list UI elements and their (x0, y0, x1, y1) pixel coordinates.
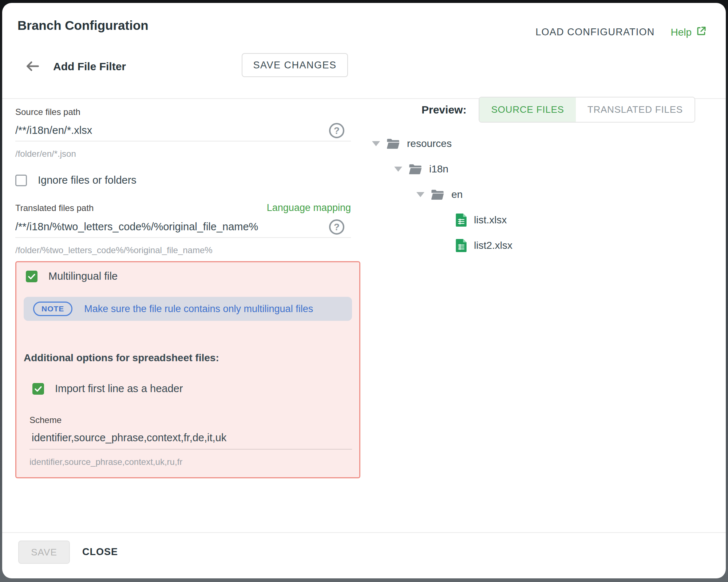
question-mark-icon[interactable]: ? (329, 219, 344, 235)
back-button[interactable] (25, 58, 41, 74)
spreadsheet-options-heading: Additional options for spreadsheet files… (24, 352, 352, 364)
branch-configuration-dialog: Branch Configuration LOAD CONFIGURATION … (2, 3, 726, 578)
footer-divider (2, 532, 726, 533)
source-path-field: ? (15, 121, 351, 141)
tree-item-i18n[interactable]: i18n (394, 156, 513, 182)
tab-translated-files[interactable]: TRANSLATED FILES (576, 97, 695, 122)
translated-path-input[interactable] (15, 218, 321, 233)
subpage-title: Add File Filter (53, 60, 126, 73)
close-button[interactable]: CLOSE (82, 546, 118, 558)
import-first-line-checkbox[interactable] (32, 383, 44, 395)
folder-icon (409, 164, 422, 175)
scheme-hint: identifier,source_phrase,context,uk,ru,f… (29, 457, 352, 467)
load-configuration-button[interactable]: LOAD CONFIGURATION (535, 27, 654, 38)
question-mark-icon[interactable]: ? (329, 123, 344, 138)
source-path-hint: /folder/en/*.json (15, 149, 358, 159)
spreadsheet-file-icon (456, 239, 467, 252)
scheme-field (29, 429, 352, 450)
multilingual-options-highlight-box: Multilingual file NOTE Make sure the fil… (15, 261, 360, 478)
tree-item-list-xlsx[interactable]: list.xlsx (441, 207, 513, 233)
scheme-label: Scheme (29, 415, 352, 425)
tree-item-en[interactable]: en (416, 182, 513, 207)
external-link-icon (696, 25, 707, 39)
source-path-label: Source files path (15, 107, 358, 117)
scheme-input[interactable] (29, 429, 352, 444)
ignore-files-label: Ignore files or folders (38, 174, 136, 186)
multilingual-file-label: Multilingual file (48, 270, 118, 282)
note-banner: NOTE Make sure the file rule contains on… (24, 297, 352, 321)
folder-icon (387, 138, 400, 149)
translated-path-field: ? (15, 218, 351, 238)
tree-item-resources[interactable]: resources (372, 131, 513, 156)
spreadsheet-file-icon (456, 214, 467, 227)
ignore-files-checkbox[interactable] (15, 175, 27, 186)
translated-path-hint: /folder/%two_letters_code%/%original_fil… (15, 245, 358, 255)
note-badge: NOTE (33, 302, 72, 316)
caret-down-icon[interactable] (394, 167, 402, 172)
import-first-line-label: Import first line as a header (55, 383, 183, 395)
translated-path-label: Translated files path (15, 203, 94, 213)
tree-item-list2-xlsx[interactable]: list2.xlsx (441, 233, 513, 258)
file-tree: resources i18n en list.xlsx (372, 131, 513, 258)
file-filter-form: Source files path ? /folder/en/*.json Ig… (15, 107, 358, 478)
save-changes-button[interactable]: SAVE CHANGES (242, 53, 348, 77)
page-title: Branch Configuration (17, 18, 149, 33)
caret-down-icon[interactable] (416, 192, 424, 197)
source-path-input[interactable] (15, 121, 321, 136)
preview-label: Preview: (422, 104, 466, 116)
preview-toggle-group: SOURCE FILES TRANSLATED FILES (479, 97, 695, 123)
save-button[interactable]: SAVE (18, 541, 70, 564)
folder-icon (431, 189, 444, 200)
tab-source-files[interactable]: SOURCE FILES (479, 97, 575, 122)
help-link[interactable]: Help (670, 25, 707, 39)
multilingual-file-checkbox[interactable] (26, 271, 37, 282)
help-link-label: Help (670, 27, 692, 38)
caret-down-icon[interactable] (372, 141, 380, 146)
note-text: Make sure the file rule contains only mu… (84, 303, 313, 315)
language-mapping-link[interactable]: Language mapping (267, 202, 351, 214)
